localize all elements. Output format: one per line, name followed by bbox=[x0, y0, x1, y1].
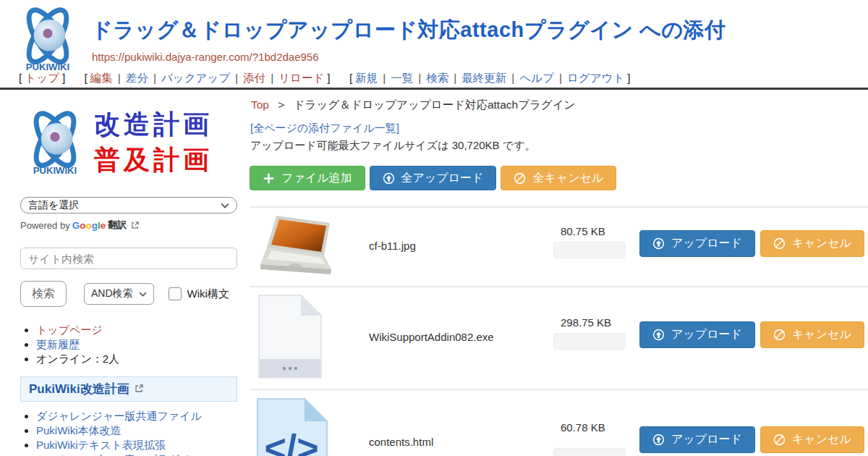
nav-item-attach[interactable]: 添付 bbox=[243, 72, 265, 84]
cancel-button[interactable]: キャンセル bbox=[760, 230, 864, 257]
ban-circle-icon bbox=[773, 434, 786, 446]
nav-item-reload[interactable]: リロード bbox=[278, 72, 324, 84]
search-mode-value: AND検索 bbox=[91, 287, 133, 300]
search-button[interactable]: 検索 bbox=[20, 281, 67, 307]
page-title: ドラッグ＆ドロップアップロード対応attachプラグイン への添付 bbox=[91, 16, 726, 45]
list-item: オンライン：2人 bbox=[36, 352, 237, 366]
external-link-icon bbox=[131, 221, 139, 229]
upload-progress-bar bbox=[553, 448, 626, 456]
list-item: ダジャレンジャー版共通ファイル bbox=[36, 409, 237, 423]
nav-item-top[interactable]: トップ bbox=[25, 72, 59, 84]
generic-file-icon bbox=[255, 294, 326, 379]
cancel-label: キャンセル bbox=[792, 327, 851, 342]
svg-text:</>: </> bbox=[264, 427, 318, 456]
upload-label: アップロード bbox=[671, 236, 742, 251]
file-size: 298.75 KB bbox=[561, 316, 611, 329]
ban-circle-icon bbox=[514, 172, 526, 185]
upload-progress-bar bbox=[553, 333, 626, 350]
nav-item-recent[interactable]: 最終更新 bbox=[461, 72, 506, 84]
sidebar-item-history[interactable]: 更新履歴 bbox=[36, 338, 80, 350]
sidebar-logo-line2: 普及計画 bbox=[94, 143, 213, 178]
pukiwiki-logo[interactable]: PUKIWIKI bbox=[13, 4, 82, 74]
breadcrumb-home-link[interactable]: Top bbox=[251, 98, 269, 111]
google-logo: Google bbox=[72, 220, 106, 231]
breadcrumb-current: ドラッグ＆ドロップアップロード対応attachプラグイン bbox=[294, 98, 576, 111]
upload-all-label: 全アップロード bbox=[401, 171, 484, 186]
language-select[interactable]: 言語を選択 bbox=[20, 197, 237, 214]
sidebar-project-box[interactable]: PukiWiki改造計画 bbox=[20, 376, 237, 402]
language-select-value: 言語を選択 bbox=[28, 199, 79, 212]
sidebar: PUKIWIKI 改造計画 普及計画 言語を選択 Powered by Goog… bbox=[20, 100, 237, 456]
list-item: PukiWikiテキスト表現拡張 bbox=[36, 438, 237, 452]
cancel-label: キャンセル bbox=[792, 432, 851, 447]
translate-link[interactable]: 翻訳 bbox=[108, 219, 127, 232]
file-size: 80.75 KB bbox=[561, 225, 605, 237]
chevron-down-icon bbox=[221, 203, 229, 208]
pipe: | bbox=[271, 72, 273, 84]
nav-item-logout[interactable]: ログアウト bbox=[567, 72, 624, 84]
upload-circle-icon bbox=[383, 172, 395, 185]
file-name: WikiSupportAddin082.exe bbox=[369, 331, 494, 343]
nav-item-list[interactable]: 一覧 bbox=[391, 72, 413, 84]
upload-progress-bar bbox=[553, 242, 626, 258]
external-link-icon bbox=[135, 384, 143, 393]
pipe: | bbox=[418, 72, 421, 84]
sidebar-logo-line1: 改造計画 bbox=[94, 107, 213, 143]
upload-circle-icon bbox=[652, 237, 665, 250]
search-mode-select[interactable]: AND検索 bbox=[84, 283, 154, 305]
pipe: | bbox=[235, 72, 238, 84]
upload-button[interactable]: アップロード bbox=[639, 321, 755, 348]
top-navigation: [トップ] [編集|差分|バックアップ|添付|リロード] [新規|一覧|検索|最… bbox=[16, 71, 644, 86]
nav-item-search[interactable]: 検索 bbox=[426, 72, 448, 84]
nav-item-diff[interactable]: 差分 bbox=[126, 72, 148, 84]
list-item: ソートテーブル（表）プラグイン bbox=[36, 452, 237, 456]
plus-icon bbox=[263, 172, 275, 185]
chevron-down-icon bbox=[139, 292, 147, 297]
sidebar-plugin-links: ダジャレンジャー版共通ファイル PukiWiki本体改造 PukiWikiテキス… bbox=[20, 409, 237, 456]
nav-item-new[interactable]: 新規 bbox=[355, 72, 378, 84]
nav-item-help[interactable]: ヘルプ bbox=[519, 72, 554, 84]
upload-button[interactable]: アップロード bbox=[639, 426, 755, 453]
bracket: ] bbox=[627, 72, 630, 84]
sidebar-project-title[interactable]: PukiWiki改造計画 bbox=[29, 382, 129, 396]
wiki-syntax-label: Wiki構文 bbox=[187, 287, 229, 301]
upload-button[interactable]: アップロード bbox=[639, 230, 755, 257]
powered-by-text: Powered by bbox=[20, 220, 70, 231]
sidebar-online-count: オンライン：2人 bbox=[36, 352, 119, 365]
sidebar-item-sort-table[interactable]: ソートテーブル（表）プラグイン bbox=[36, 453, 202, 456]
list-item: 更新履歴 bbox=[36, 337, 237, 352]
cancel-all-label: 全キャンセル bbox=[532, 171, 603, 186]
upload-label: アップロード bbox=[671, 327, 742, 342]
cancel-button[interactable]: キャンセル bbox=[760, 321, 864, 348]
sidebar-item-common-files[interactable]: ダジャレンジャー版共通ファイル bbox=[36, 410, 202, 422]
all-attachments-link[interactable]: [全ページの添付ファイル一覧] bbox=[250, 122, 399, 135]
bracket: ] bbox=[62, 72, 65, 84]
nav-group-site: [新規|一覧|検索|最終更新|ヘルプ|ログアウト] bbox=[346, 72, 634, 84]
site-search-input[interactable] bbox=[20, 248, 237, 269]
nav-item-edit[interactable]: 編集 bbox=[90, 72, 113, 84]
bracket: [ bbox=[85, 72, 88, 84]
pipe: | bbox=[454, 72, 456, 84]
breadcrumb: Top > ドラッグ＆ドロップアップロード対応attachプラグイン bbox=[251, 98, 575, 113]
pipe: | bbox=[383, 72, 386, 84]
wiki-syntax-checkbox[interactable] bbox=[169, 287, 182, 300]
sidebar-logo-brand-text: PUKIWIKI bbox=[33, 165, 77, 176]
pipe: | bbox=[153, 72, 156, 84]
cancel-all-button[interactable]: 全キャンセル bbox=[501, 166, 616, 190]
upload-circle-icon bbox=[652, 329, 665, 341]
pukiwiki-atom-icon: PUKIWIKI bbox=[20, 108, 90, 177]
sidebar-item-core-mod[interactable]: PukiWiki本体改造 bbox=[36, 424, 122, 436]
add-files-label: ファイル追加 bbox=[281, 171, 352, 186]
nav-group-page: [編集|差分|バックアップ|添付|リロード] bbox=[82, 72, 333, 84]
sidebar-item-toppage[interactable]: トップページ bbox=[36, 324, 103, 336]
sidebar-logo-banner[interactable]: PUKIWIKI 改造計画 普及計画 bbox=[20, 100, 237, 185]
file-row: WikiSupportAddin082.exe 298.75 KB アップロード… bbox=[250, 286, 868, 389]
sidebar-quick-links: トップページ 更新履歴 オンライン：2人 bbox=[20, 323, 237, 366]
sidebar-item-text-ext[interactable]: PukiWikiテキスト表現拡張 bbox=[36, 439, 166, 451]
add-files-button[interactable]: ファイル追加 bbox=[250, 166, 365, 190]
cancel-button[interactable]: キャンセル bbox=[760, 426, 864, 453]
upload-all-button[interactable]: 全アップロード bbox=[370, 166, 497, 190]
page-url-link[interactable]: https://pukiwiki.dajya-ranger.com/?1bd2d… bbox=[92, 51, 319, 63]
search-controls: 検索 AND検索 Wiki構文 bbox=[20, 281, 237, 307]
nav-item-backup[interactable]: バックアップ bbox=[161, 72, 230, 84]
